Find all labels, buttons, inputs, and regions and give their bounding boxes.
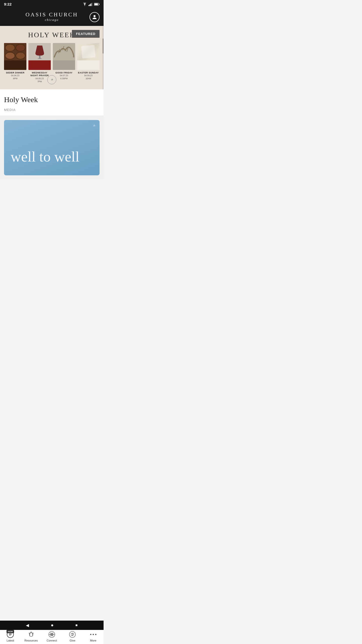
oc-logo-overlay: 𝒬𝒸 [47, 75, 56, 84]
status-time: 9:22 [4, 2, 12, 6]
main-content: Holy Week MEDIA [0, 89, 104, 116]
svg-text:well to well: well to well [11, 148, 79, 165]
signal-icon [88, 3, 93, 6]
event-friday-name: GOOD FRIDAY [55, 71, 72, 74]
svg-rect-1 [89, 4, 90, 6]
event-easter-image [77, 43, 100, 70]
event-easter-date: 04.09.2310AM [84, 74, 93, 80]
event-friday[interactable]: GOOD FRIDAY 04.07.236:30PM [53, 43, 75, 83]
svg-rect-5 [99, 4, 100, 5]
scroll-indicator [103, 26, 104, 89]
battery-icon [94, 3, 100, 6]
media-card[interactable]: 𝒬𝒸 well to well [4, 120, 100, 175]
user-avatar-button[interactable] [89, 12, 100, 22]
app-header: OASIS CHURCH chicago [0, 8, 104, 26]
event-wednesday-date: 04.05.237PM [35, 77, 44, 83]
wifi-icon [82, 3, 87, 6]
bottom-spacer [0, 179, 104, 210]
event-wednesday-image [28, 43, 51, 70]
church-name: OASIS CHURCH [26, 11, 78, 18]
svg-rect-0 [88, 5, 89, 6]
svg-rect-6 [95, 3, 98, 5]
event-seder[interactable]: SEDER DINNER 04.04.236PM [4, 43, 26, 83]
event-friday-image [53, 43, 75, 70]
media-card-text: well to well [4, 135, 93, 175]
svg-rect-2 [90, 4, 91, 6]
event-wednesday-name: WEDNESDAY NIGHT PRAYER [28, 71, 51, 77]
svg-rect-3 [92, 3, 92, 6]
section-media-label: MEDIA [4, 108, 100, 112]
event-seder-image [4, 43, 26, 70]
church-location: chicago [26, 18, 78, 22]
status-bar: 9:22 [0, 0, 104, 8]
media-section: 𝒬𝒸 well to well [0, 116, 104, 179]
event-easter-name: EASTER SUNDAY [78, 71, 99, 74]
event-friday-date: 04.07.236:30PM [60, 74, 68, 80]
featured-banner: FEATURED HOLY WEEK SEDER DINNER 04.04.23… [0, 26, 104, 89]
church-logo: OASIS CHURCH chicago [26, 11, 78, 22]
svg-point-7 [94, 15, 96, 17]
media-card-oc-badge: 𝒬𝒸 [93, 124, 96, 127]
event-easter[interactable]: EASTER SUNDAY 04.09.2310AM [77, 43, 100, 83]
section-title: Holy Week [4, 95, 100, 104]
scroll-thumb [103, 38, 104, 54]
event-seder-name: SEDER DINNER [6, 71, 24, 74]
event-wednesday[interactable]: WEDNESDAY NIGHT PRAYER 04.05.237PM [28, 43, 51, 83]
event-seder-date: 04.04.236PM [11, 74, 19, 80]
featured-badge[interactable]: FEATURED [72, 30, 100, 38]
status-icons [82, 3, 100, 6]
